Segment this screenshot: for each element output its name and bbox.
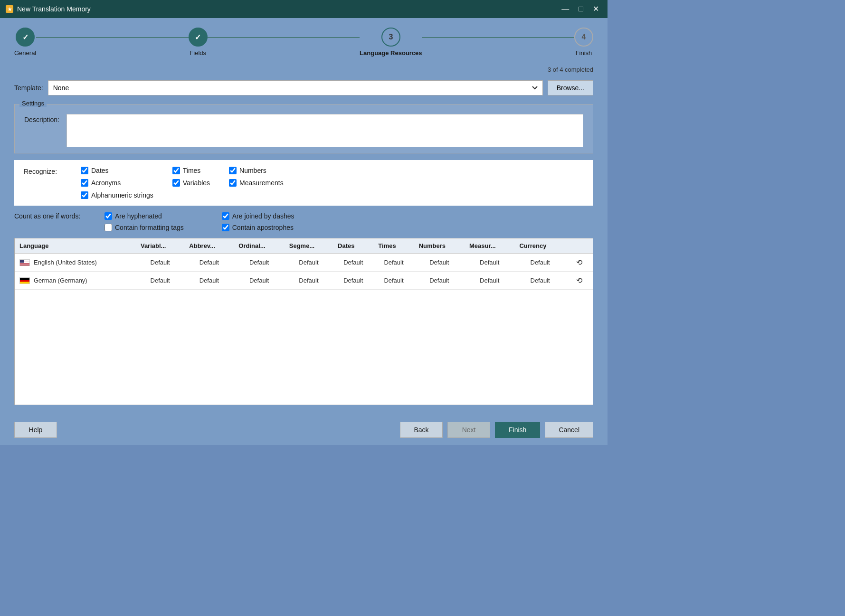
title-bar-left: ★ New Translation Memory — [6, 5, 91, 13]
count-section: Count as one if words: Are hyphenated Co… — [14, 212, 593, 231]
step-finish: 4 Finish — [574, 28, 593, 57]
reset-de[interactable]: ⟲ — [566, 272, 593, 290]
step-fields-circle: ✓ — [189, 28, 208, 47]
recognize-label: Recognize: — [24, 167, 71, 175]
numbers-label[interactable]: Numbers — [239, 167, 266, 174]
checkbox-acronyms: Acronyms — [81, 179, 153, 187]
col-measur: Measur... — [465, 238, 514, 254]
checkbox-joined-dashes: Are joined by dashes — [222, 212, 294, 220]
checkbox-times: Times — [172, 167, 210, 174]
recognize-col-3: Numbers Measurements — [229, 167, 284, 199]
step-fields: ✓ Fields — [189, 28, 208, 57]
val-de-abbrev: Default — [184, 272, 234, 290]
val-en-abbrev: Default — [184, 254, 234, 272]
table-header-row: Language Variabl... Abbrev... Ordinal...… — [15, 238, 593, 254]
numbers-checkbox[interactable] — [229, 167, 237, 174]
val-de-segme: Default — [285, 272, 333, 290]
hyphenated-checkbox[interactable] — [104, 212, 112, 220]
close-button[interactable]: ✕ — [590, 4, 602, 14]
flag-us — [19, 259, 30, 266]
formatting-tags-checkbox[interactable] — [104, 224, 112, 231]
finish-button[interactable]: Finish — [495, 422, 540, 438]
val-en-dates: Default — [333, 254, 373, 272]
recognize-col-1: Dates Acronyms Alphanumeric strings — [81, 167, 153, 199]
checkbox-apostrophes: Contain apostrophes — [222, 224, 294, 231]
step-lr-circle: 3 — [381, 28, 400, 47]
variables-checkbox[interactable] — [172, 179, 180, 187]
count-label: Count as one if words: — [14, 212, 95, 220]
col-segme: Segme... — [285, 238, 333, 254]
val-de-times: Default — [373, 272, 414, 290]
table-row: German (Germany) Default Default Default… — [15, 272, 593, 290]
val-de-dates: Default — [333, 272, 373, 290]
browse-button[interactable]: Browse... — [548, 80, 593, 95]
val-en-variables: Default — [136, 254, 184, 272]
description-textarea[interactable] — [66, 114, 583, 147]
val-de-numbers: Default — [414, 272, 465, 290]
bottom-bar: Help Back Next Finish Cancel — [0, 415, 608, 445]
table-row: English (United States) Default Default … — [15, 254, 593, 272]
step-finish-circle: 4 — [574, 28, 593, 47]
reset-de-button[interactable]: ⟲ — [574, 275, 584, 286]
dates-label[interactable]: Dates — [91, 167, 109, 174]
val-en-times: Default — [373, 254, 414, 272]
apostrophes-checkbox[interactable] — [222, 224, 229, 231]
recognize-section: Recognize: Dates Acronyms Alphanumeric s… — [14, 160, 593, 206]
val-en-measur: Default — [465, 254, 514, 272]
apostrophes-label[interactable]: Contain apostrophes — [232, 224, 294, 231]
help-button[interactable]: Help — [14, 422, 57, 438]
hyphenated-label[interactable]: Are hyphenated — [115, 212, 162, 220]
lang-name-de: German (Germany) — [34, 277, 87, 284]
times-checkbox[interactable] — [172, 167, 180, 174]
window: ★ New Translation Memory — □ ✕ ✓ General… — [0, 0, 608, 445]
cancel-button[interactable]: Cancel — [545, 422, 593, 438]
measurements-checkbox[interactable] — [229, 179, 237, 187]
col-language: Language — [15, 238, 136, 254]
val-en-segme: Default — [285, 254, 333, 272]
reset-en-button[interactable]: ⟲ — [574, 257, 584, 268]
count-col-right: Are joined by dashes Contain apostrophes — [222, 212, 294, 231]
title-bar-controls: — □ ✕ — [559, 4, 602, 14]
alphanumeric-checkbox[interactable] — [81, 191, 88, 199]
checkbox-dates: Dates — [81, 167, 153, 174]
times-label[interactable]: Times — [183, 167, 201, 174]
lang-name-en: English (United States) — [34, 259, 97, 266]
template-label: Template: — [14, 84, 43, 92]
count-section-inner: Count as one if words: Are hyphenated Co… — [14, 212, 593, 231]
title-bar: ★ New Translation Memory — □ ✕ — [0, 0, 608, 18]
checkbox-formatting-tags: Contain formatting tags — [104, 224, 184, 231]
progress-text: 3 of 4 completed — [14, 66, 593, 73]
measurements-label[interactable]: Measurements — [239, 179, 284, 187]
step-lr-label: Language Resources — [360, 49, 422, 57]
col-ordinal: Ordinal... — [234, 238, 284, 254]
bottom-right: Back Next Finish Cancel — [400, 422, 593, 438]
formatting-tags-label[interactable]: Contain formatting tags — [115, 224, 184, 231]
col-currency: Currency — [514, 238, 565, 254]
language-table: Language Variabl... Abbrev... Ordinal...… — [15, 238, 593, 290]
recognize-col-2: Times Variables — [172, 167, 210, 199]
next-button[interactable]: Next — [447, 422, 490, 438]
joined-dashes-checkbox[interactable] — [222, 212, 229, 220]
col-abbrev: Abbrev... — [184, 238, 234, 254]
alphanumeric-label[interactable]: Alphanumeric strings — [91, 191, 153, 199]
reset-en[interactable]: ⟲ — [566, 254, 593, 272]
dates-checkbox[interactable] — [81, 167, 88, 174]
val-de-ordinal: Default — [234, 272, 284, 290]
minimize-button[interactable]: — — [559, 4, 572, 14]
back-button[interactable]: Back — [400, 422, 443, 438]
maximize-button[interactable]: □ — [576, 4, 586, 14]
checkbox-hyphenated: Are hyphenated — [104, 212, 184, 220]
acronyms-checkbox[interactable] — [81, 179, 88, 187]
step-finish-label: Finish — [576, 49, 592, 57]
acronyms-label[interactable]: Acronyms — [91, 179, 121, 187]
variables-label[interactable]: Variables — [183, 179, 210, 187]
app-icon: ★ — [6, 5, 13, 13]
step-line-2 — [208, 37, 360, 38]
settings-legend: Settings — [19, 100, 47, 107]
step-general-label: General — [14, 49, 36, 57]
step-fields-label: Fields — [190, 49, 206, 57]
joined-dashes-label[interactable]: Are joined by dashes — [232, 212, 294, 220]
wizard-steps: ✓ General ✓ Fields 3 Language Resources … — [14, 28, 593, 57]
description-row: Description: — [24, 114, 583, 147]
template-select[interactable]: None — [48, 80, 543, 95]
